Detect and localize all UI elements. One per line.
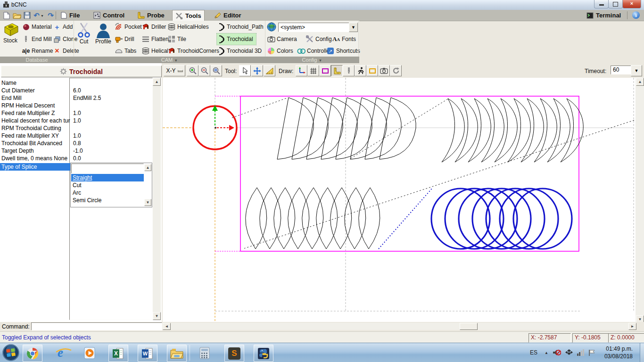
property-value[interactable]: 0.8 (71, 140, 81, 147)
camera-config-button[interactable]: Camera (267, 33, 297, 45)
tool-measure-button[interactable] (264, 65, 275, 76)
tab-tools[interactable]: Tools (172, 10, 205, 21)
config-button[interactable]: Config (305, 33, 332, 45)
maximize-button[interactable] (608, 0, 623, 8)
tabs-button[interactable]: Tabs (115, 45, 136, 57)
taskbar-python-button[interactable] (254, 345, 273, 362)
property-list[interactable]: NameCut Diameter6.0End MillEndMill 2.5RP… (0, 79, 152, 162)
view-select-button[interactable]: X-Y (164, 65, 185, 76)
property-value[interactable]: 1.0 (71, 110, 81, 116)
property-row-type-of-splice[interactable]: Type of Splice (0, 163, 71, 171)
helical-button[interactable]: Helical (141, 45, 168, 57)
tool-pan-button[interactable] (251, 65, 263, 76)
fonts-button[interactable]: AA Fonts (332, 33, 356, 45)
start-button[interactable] (1, 343, 21, 362)
splice-option[interactable]: Straight (71, 174, 144, 181)
draw-margins-toggle[interactable] (319, 65, 331, 76)
draw-workarea-toggle[interactable] (366, 65, 378, 76)
system-select-dropdown-button[interactable]: ▼ (349, 23, 358, 32)
tab-editor[interactable]: Editor (211, 10, 244, 21)
canvas-vscrollbar[interactable]: ▲ ▼ (636, 78, 644, 323)
tab-probe[interactable]: Probe (134, 10, 167, 21)
splice-scroll-down-button[interactable]: ▼ (144, 199, 151, 206)
trochoid-corners-button[interactable]: TrochoidCorners (167, 45, 219, 57)
shortcuts-button[interactable]: ↗ Shortcuts (326, 45, 360, 57)
tab-terminal[interactable]: Terminal (584, 10, 624, 21)
property-row[interactable]: Helical descent for each tur1.0 (0, 117, 152, 124)
taskbar-word-button[interactable]: W (138, 345, 157, 362)
end-mill-button[interactable]: End Mill (22, 33, 52, 45)
panel-scroll-down-button[interactable]: ▼ (153, 312, 161, 320)
tool-pointer-button[interactable] (239, 65, 251, 76)
splice-entry[interactable] (71, 164, 144, 173)
splice-option-list[interactable]: StraightCutArcSemi Circle (71, 174, 144, 204)
add-button[interactable]: + Add (53, 21, 73, 33)
delete-button[interactable]: × Delete (53, 45, 79, 57)
flatten-button[interactable]: Flatten (141, 33, 169, 45)
property-value[interactable]: 1.0 (71, 117, 81, 124)
property-row[interactable]: Target Depth-1.0 (0, 147, 152, 155)
new-file-button[interactable] (2, 11, 11, 20)
property-row[interactable]: Trochoidal Bit Advanced0.8 (0, 140, 152, 147)
helical-holes-button[interactable]: HelicalHoles (167, 21, 209, 33)
property-row[interactable]: RPM Trochoidal Cutting (0, 124, 152, 132)
command-input[interactable] (31, 322, 162, 330)
open-folder-button[interactable] (12, 11, 21, 20)
property-row[interactable]: Name (0, 79, 152, 87)
tray-app-icon[interactable] (565, 349, 573, 356)
taskbar-excel-button[interactable]: X (108, 345, 128, 362)
cam-group-label[interactable]: CAM ▼ (74, 57, 265, 63)
canvas-scroll-up-button[interactable]: ▲ (636, 78, 644, 86)
save-button[interactable] (23, 11, 32, 20)
cut-button[interactable]: Cut (75, 22, 92, 45)
property-row[interactable]: Cut Diameter6.0 (0, 87, 152, 94)
panel-header[interactable]: Trochoidal (1, 66, 162, 77)
info-icon[interactable]: i (632, 11, 640, 19)
taskbar-ie-button[interactable]: e (51, 345, 70, 361)
show-desktop-button[interactable] (640, 343, 644, 362)
splice-option[interactable]: Arc (71, 189, 144, 197)
undo-dropdown-button[interactable]: ▼ (41, 14, 44, 17)
taskbar-chrome-button[interactable] (23, 345, 42, 362)
redo-button[interactable]: ↷ (46, 11, 55, 20)
tab-control[interactable]: Control (91, 10, 127, 21)
draw-rapid-toggle[interactable] (355, 65, 366, 76)
drill-button[interactable]: Drill (115, 33, 134, 45)
config-group-label[interactable]: Config ▼ (265, 57, 359, 63)
canvas-scroll-right-button[interactable]: ► (628, 323, 636, 330)
pocket-button[interactable]: Pocket (115, 21, 142, 33)
zoom-in-button[interactable] (187, 65, 198, 76)
property-value[interactable]: -1.0 (71, 148, 83, 154)
taskbar-explorer-button[interactable] (167, 345, 187, 362)
driller-button[interactable]: Driller (141, 21, 166, 33)
splice-scroll-up-button[interactable]: ▲ (144, 164, 151, 171)
trochoidal-button[interactable]: Trochoidal (217, 33, 256, 45)
property-row[interactable]: RPM Helical Descent (0, 102, 152, 109)
network-icon[interactable] (576, 349, 585, 356)
taskbar-mediaplayer-button[interactable] (80, 345, 99, 361)
trochoidal-3d-button[interactable]: Trochoidal 3D (217, 45, 262, 57)
taskbar-calculator-button[interactable] (195, 345, 214, 361)
zoom-out-button[interactable] (198, 65, 210, 76)
taskbar-sublime-button[interactable]: S (224, 345, 244, 362)
colors-button[interactable]: Colors (267, 45, 293, 57)
splice-option[interactable]: Cut (71, 181, 144, 189)
panel-scroll-up-button[interactable]: ▲ (153, 78, 161, 86)
draw-ruler-toggle[interactable] (331, 65, 343, 76)
stock-button[interactable]: Stock (1, 22, 20, 44)
material-button[interactable]: Material (22, 21, 52, 33)
draw-grid-toggle[interactable] (307, 65, 319, 76)
rename-button[interactable]: a|e Rename (22, 45, 53, 57)
draw-camera-toggle[interactable] (378, 65, 390, 76)
minimize-button[interactable] (594, 0, 609, 8)
trochoid-path-button[interactable]: Trochoid_Path (217, 21, 264, 33)
property-value[interactable]: 6.0 (71, 87, 81, 94)
zoom-fit-button[interactable] (210, 65, 222, 76)
panel-scrollbar[interactable]: ▲ ▼ (153, 78, 161, 319)
property-value[interactable]: 0.0 (71, 155, 81, 162)
splice-option[interactable]: Semi Circle (71, 197, 144, 204)
canvas-hscrollbar[interactable]: ◄ ► (163, 323, 636, 330)
tile-button[interactable]: Tile (167, 33, 186, 45)
property-value[interactable]: 1.0 (71, 132, 81, 139)
close-button[interactable]: × (622, 0, 641, 8)
